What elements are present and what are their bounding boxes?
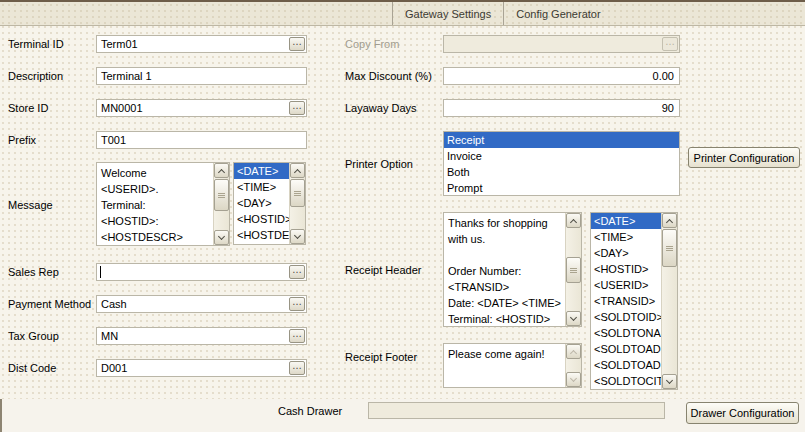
receipt-token-scrollbar[interactable] bbox=[661, 213, 677, 389]
receipt-footer-text: Please come again! bbox=[444, 344, 564, 387]
dist-code-browse-button[interactable]: … bbox=[289, 361, 305, 375]
printer-configuration-button[interactable]: Printer Configuration bbox=[688, 147, 800, 168]
receipt-header-label: Receipt Header bbox=[345, 264, 421, 276]
list-item[interactable]: <HOSTDESCR> bbox=[234, 227, 289, 243]
list-item[interactable]: Both bbox=[444, 164, 679, 180]
list-item[interactable]: <TRANSID> bbox=[591, 293, 661, 309]
tax-group-label: Tax Group bbox=[8, 330, 59, 342]
scroll-thumb[interactable] bbox=[662, 229, 677, 267]
layaway-days-field[interactable]: 90 bbox=[443, 99, 680, 117]
list-item[interactable]: <SOLDTOADDR2> bbox=[591, 357, 661, 373]
list-item[interactable]: <SOLDTONAME> bbox=[591, 325, 661, 341]
toolbar: Gateway Settings Config Generator bbox=[0, 0, 805, 26]
message-scrollbar[interactable] bbox=[213, 163, 229, 245]
message-text: Welcome <USERID>. Terminal: <HOSTID>: <H… bbox=[97, 163, 212, 245]
scroll-up-button[interactable] bbox=[662, 213, 677, 228]
list-item[interactable]: <HOSTID> bbox=[234, 211, 289, 227]
config-generator-screen: Gateway Settings Config Generator Termin… bbox=[0, 0, 805, 432]
receipt-token-list[interactable]: <DATE><TIME><DAY><HOSTID><USERID><TRANSI… bbox=[591, 213, 661, 389]
receipt-footer-textarea[interactable]: Please come again! bbox=[443, 343, 582, 388]
list-item[interactable]: <TIME> bbox=[234, 179, 289, 195]
scroll-track[interactable] bbox=[290, 179, 305, 228]
message-token-listbox[interactable]: <DATE><TIME><DAY><HOSTID><HOSTDESCR><USE… bbox=[233, 162, 306, 245]
scroll-thumb[interactable] bbox=[566, 257, 581, 283]
message-label: Message bbox=[8, 199, 53, 211]
chevron-up-icon bbox=[666, 218, 673, 225]
layaway-days-label: Layaway Days bbox=[345, 102, 417, 114]
list-item[interactable]: <DAY> bbox=[234, 195, 289, 211]
receipt-token-listbox[interactable]: <DATE><TIME><DAY><HOSTID><USERID><TRANSI… bbox=[590, 212, 678, 390]
thumb-grip-icon bbox=[666, 246, 673, 251]
tax-group-value: MN bbox=[97, 330, 306, 342]
prefix-field[interactable]: T001 bbox=[96, 131, 307, 149]
scroll-track[interactable] bbox=[662, 229, 677, 373]
chevron-down-icon bbox=[294, 231, 301, 238]
scroll-up-button[interactable] bbox=[566, 213, 581, 228]
message-token-list[interactable]: <DATE><TIME><DAY><HOSTID><HOSTDESCR><USE… bbox=[234, 163, 289, 244]
terminal-id-value: Term01 bbox=[97, 38, 306, 50]
max-discount-value: 0.00 bbox=[444, 70, 679, 82]
payment-method-field[interactable]: Cash … bbox=[96, 295, 307, 313]
scroll-track[interactable] bbox=[214, 179, 229, 229]
list-item[interactable]: <TIME> bbox=[591, 229, 661, 245]
scroll-up-button[interactable] bbox=[290, 163, 305, 178]
receipt-footer-scrollbar[interactable] bbox=[565, 344, 581, 387]
scroll-down-button[interactable] bbox=[566, 311, 581, 326]
description-field[interactable]: Terminal 1 bbox=[96, 67, 307, 85]
drawer-configuration-button[interactable]: Drawer Configuration bbox=[686, 402, 799, 424]
description-value: Terminal 1 bbox=[97, 70, 306, 82]
payment-method-value: Cash bbox=[97, 298, 306, 310]
scroll-down-button[interactable] bbox=[566, 372, 581, 387]
tab-gateway-settings[interactable]: Gateway Settings bbox=[392, 2, 503, 25]
store-id-label: Store ID bbox=[8, 102, 48, 114]
list-item[interactable]: <SOLDTOADDR1> bbox=[591, 341, 661, 357]
scroll-track[interactable] bbox=[566, 229, 581, 310]
printer-option-listbox[interactable]: ReceiptInvoiceBothPrompt bbox=[443, 131, 680, 196]
list-item[interactable]: Invoice bbox=[444, 148, 679, 164]
prefix-label: Prefix bbox=[8, 134, 36, 146]
copy-from-label: Copy From bbox=[345, 38, 399, 50]
sales-rep-field[interactable]: … bbox=[96, 263, 307, 281]
copy-from-browse-button: … bbox=[662, 37, 678, 51]
tab-config-generator[interactable]: Config Generator bbox=[503, 2, 612, 25]
payment-method-browse-button[interactable]: … bbox=[289, 297, 305, 311]
list-item[interactable]: <DATE> bbox=[591, 213, 661, 229]
layaway-days-value: 90 bbox=[444, 102, 679, 114]
scroll-down-button[interactable] bbox=[290, 229, 305, 244]
store-id-browse-button[interactable]: … bbox=[289, 101, 305, 115]
store-id-field[interactable]: MN0001 … bbox=[96, 99, 307, 117]
list-item[interactable]: <USERID> bbox=[591, 277, 661, 293]
list-item[interactable]: <SOLDTOID> bbox=[591, 309, 661, 325]
scroll-down-button[interactable] bbox=[662, 374, 677, 389]
cash-drawer-field bbox=[368, 402, 665, 419]
chevron-down-icon bbox=[570, 313, 577, 320]
copy-from-field: … bbox=[443, 35, 680, 53]
receipt-header-text: Thanks for shopping with us. Order Numbe… bbox=[444, 213, 564, 326]
list-item[interactable]: <SOLDTOCITY> bbox=[591, 373, 661, 389]
terminal-id-field[interactable]: Term01 … bbox=[96, 35, 307, 53]
scroll-up-button[interactable] bbox=[214, 163, 229, 178]
store-id-value: MN0001 bbox=[97, 102, 306, 114]
dist-code-field[interactable]: D001 … bbox=[96, 359, 307, 377]
scroll-up-button[interactable] bbox=[566, 344, 581, 359]
message-token-scrollbar[interactable] bbox=[289, 163, 305, 244]
prefix-value: T001 bbox=[97, 134, 306, 146]
tax-group-browse-button[interactable]: … bbox=[289, 329, 305, 343]
tax-group-field[interactable]: MN … bbox=[96, 327, 307, 345]
receipt-header-textarea[interactable]: Thanks for shopping with us. Order Numbe… bbox=[443, 212, 582, 327]
max-discount-field[interactable]: 0.00 bbox=[443, 67, 680, 85]
list-item[interactable]: Prompt bbox=[444, 180, 679, 195]
list-item[interactable]: <DATE> bbox=[234, 163, 289, 179]
list-item[interactable]: <USERID> bbox=[234, 243, 289, 244]
list-item[interactable]: <DAY> bbox=[591, 245, 661, 261]
list-item[interactable]: Receipt bbox=[444, 132, 679, 148]
scroll-down-button[interactable] bbox=[214, 230, 229, 245]
message-textarea[interactable]: Welcome <USERID>. Terminal: <HOSTID>: <H… bbox=[96, 162, 230, 246]
terminal-id-browse-button[interactable]: … bbox=[289, 37, 305, 51]
receipt-header-scrollbar[interactable] bbox=[565, 213, 581, 326]
printer-option-list[interactable]: ReceiptInvoiceBothPrompt bbox=[444, 132, 679, 195]
sales-rep-browse-button[interactable]: … bbox=[289, 265, 305, 279]
list-item[interactable]: <HOSTID> bbox=[591, 261, 661, 277]
scroll-thumb[interactable] bbox=[214, 179, 229, 211]
scroll-thumb[interactable] bbox=[290, 179, 305, 207]
